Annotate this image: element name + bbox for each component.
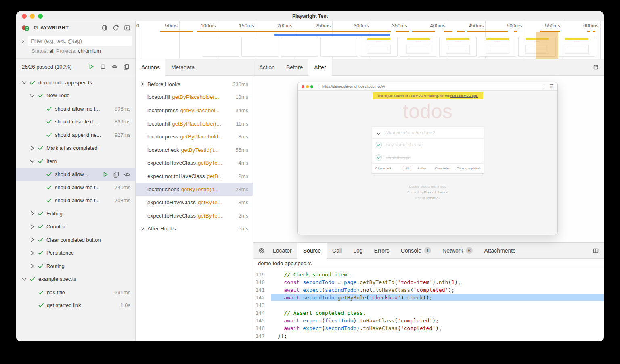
dom-snapshot-area: https://demo.playwright.dev/todomvc/#/ ☰… (253, 76, 604, 242)
chevron-down-icon[interactable] (21, 276, 27, 282)
tree-item[interactable]: Mark all as completed (16, 142, 135, 155)
real-todomvc-link[interactable]: real TodoMVC app. (450, 94, 478, 98)
theme-toggle-icon[interactable] (101, 25, 108, 31)
tab-metadata[interactable]: Metadata (165, 59, 200, 75)
film-strip-thumbnail[interactable] (281, 37, 318, 57)
action-list-item[interactable]: locator.checkgetByTestId('t...55ms (136, 143, 253, 157)
todo-filter-active[interactable]: Active (416, 166, 429, 171)
run-all-icon[interactable] (88, 63, 94, 70)
toggle-all-chevron-icon[interactable] (376, 130, 381, 135)
play-icon[interactable] (102, 171, 109, 178)
tree-item[interactable]: should allow me t...896ms (16, 102, 135, 115)
tree-item[interactable]: Persistence (16, 247, 135, 260)
eye-icon[interactable] (124, 171, 130, 178)
tree-item[interactable]: get started link1.0s (16, 299, 135, 312)
todo-completed-checkbox[interactable] (375, 142, 382, 148)
todo-completed-checkbox[interactable] (375, 154, 382, 161)
reload-icon[interactable] (113, 25, 119, 31)
chevron-right-icon[interactable] (29, 210, 36, 217)
film-strip-thumbnail[interactable]: todos (439, 37, 477, 57)
tab-action[interactable]: Action (253, 59, 281, 75)
tree-item[interactable]: Clear completed button (16, 233, 135, 247)
action-list-item[interactable]: locator.pressgetByPlacehol...34ms (136, 104, 253, 117)
tab-source[interactable]: Source (297, 243, 327, 259)
action-list-item[interactable]: locator.checkgetByTestId('t...28ms (136, 183, 253, 196)
clear-completed-button[interactable]: Clear completed (457, 167, 480, 170)
chevron-right-icon[interactable] (140, 226, 147, 232)
tree-item[interactable]: Counter (16, 220, 135, 234)
action-list-item[interactable]: expect.toHaveClassgetByTe...2ms (136, 209, 253, 222)
watch-all-eye-icon[interactable] (111, 63, 118, 70)
source-code-line: 143 (253, 301, 604, 309)
chevron-down-icon[interactable] (29, 92, 36, 99)
open-panel-icon[interactable] (124, 25, 130, 31)
tree-item[interactable]: should clear text ...839ms (16, 115, 135, 129)
filter-input[interactable] (28, 36, 132, 46)
tab-before[interactable]: Before (281, 59, 308, 75)
tree-item[interactable]: demo-todo-app.spec.ts (16, 76, 135, 89)
tree-item[interactable]: has title591ms (16, 286, 135, 299)
action-list-item[interactable]: expect.toHaveClassgetByTe...3ms (136, 196, 253, 209)
action-locator: getByPlaceholder... (172, 94, 219, 100)
todo-item[interactable]: buy some cheese (372, 139, 484, 151)
chevron-right-icon[interactable] (29, 236, 36, 243)
action-list-item[interactable]: expect.not.toHaveClassgetB...2ms (136, 169, 253, 183)
stop-icon[interactable] (100, 63, 106, 70)
chevron-down-icon[interactable] (29, 158, 36, 164)
tree-item[interactable]: example.spec.ts (16, 273, 135, 286)
tab-log[interactable]: Log (348, 243, 368, 258)
pick-locator-icon[interactable] (258, 247, 265, 254)
action-list-item[interactable]: locator.fillgetByPlaceholder...18ms (136, 91, 253, 104)
thumbnail-todo-box (486, 45, 509, 54)
new-todo-input[interactable]: What needs to be done? (372, 127, 484, 139)
action-list-item[interactable]: locator.pressgetByPlacehold...8ms (136, 130, 253, 143)
tree-item[interactable]: should allow me t...708ms (16, 194, 135, 207)
timeline-strip[interactable]: 050ms100ms150ms200ms250ms300ms350ms400ms… (136, 21, 604, 59)
action-list-item[interactable]: expect.toHaveClassgetByTe...4ms (136, 157, 253, 170)
film-strip-thumbnail[interactable] (241, 37, 279, 57)
tab-after[interactable]: After (308, 59, 332, 76)
chevron-right-icon[interactable] (29, 263, 36, 269)
source-code-view[interactable]: 139 // Check second item.140 const secon… (253, 268, 604, 341)
tree-item[interactable]: Item (16, 155, 135, 168)
todo-filter-completed[interactable]: Completed (433, 166, 453, 171)
action-list-item[interactable]: locator.fillgetByPlaceholder(...11ms (136, 117, 253, 130)
tab-errors[interactable]: Errors (369, 243, 395, 258)
chevron-right-icon[interactable] (20, 38, 25, 44)
split-view-icon[interactable] (593, 247, 599, 254)
open-snapshot-external-icon[interactable] (593, 64, 599, 71)
action-list-item[interactable]: After Hooks5ms (136, 222, 253, 236)
tree-item[interactable]: New Todo (16, 89, 135, 103)
minimize-window-button[interactable] (30, 14, 35, 19)
tab-attachments[interactable]: Attachments (478, 243, 521, 258)
film-strip-thumbnail[interactable] (320, 37, 358, 57)
tree-item[interactable]: Routing (16, 259, 135, 273)
film-strip-thumbnail[interactable] (202, 37, 239, 57)
tab-network[interactable]: Network 6 (437, 243, 478, 258)
chevron-down-icon[interactable] (21, 79, 27, 86)
tree-item[interactable]: should allow me t...740ms (16, 181, 135, 194)
close-window-button[interactable] (22, 14, 27, 19)
film-strip-thumbnail[interactable]: todos (400, 37, 437, 57)
tree-item[interactable]: should allow ... (16, 168, 135, 181)
chevron-right-icon[interactable] (140, 81, 147, 87)
action-list-item[interactable]: Before Hooks330ms (136, 77, 253, 91)
todo-filter-all[interactable]: All (403, 166, 411, 171)
film-strip-thumbnail[interactable]: todos (558, 37, 595, 57)
chevron-right-icon[interactable] (29, 224, 36, 230)
collapse-all-icon[interactable] (123, 63, 130, 70)
copy-icon[interactable] (113, 171, 119, 178)
film-strip-thumbnail[interactable]: todos (360, 37, 398, 57)
chevron-right-icon[interactable] (29, 145, 36, 151)
tree-item[interactable]: should append ne...927ms (16, 128, 135, 142)
film-strip-thumbnail[interactable]: todos (479, 37, 516, 57)
tree-item[interactable]: Editing (16, 207, 135, 220)
tab-locator[interactable]: Locator (267, 243, 297, 258)
tab-console[interactable]: Console 1 (395, 243, 437, 258)
maximize-window-button[interactable] (38, 14, 43, 19)
tab-call[interactable]: Call (327, 243, 348, 258)
tab-actions[interactable]: Actions (136, 59, 165, 76)
todo-item[interactable]: feed the cat (372, 151, 484, 164)
test-duration: 740ms (115, 184, 130, 190)
chevron-right-icon[interactable] (29, 250, 36, 256)
